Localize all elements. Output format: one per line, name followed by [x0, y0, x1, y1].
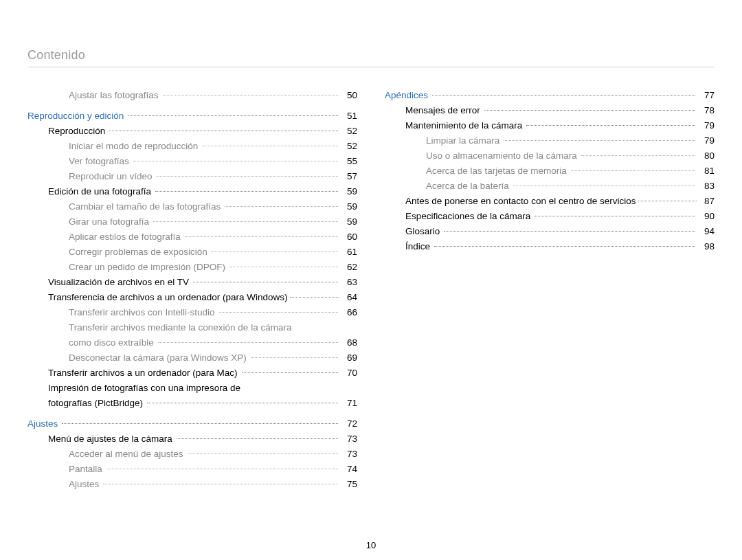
- toc-entry[interactable]: Antes de ponerse en contacto con el cent…: [385, 194, 715, 209]
- toc-page-number: 74: [342, 462, 357, 477]
- toc-entry[interactable]: Ver fotografías55: [27, 154, 357, 169]
- toc-page-number: 59: [342, 214, 357, 229]
- toc-page-number: 59: [342, 199, 357, 214]
- toc-label: Desconectar la cámara (para Windows XP): [69, 350, 247, 366]
- toc-entry[interactable]: Acceder al menú de ajustes73: [27, 447, 357, 462]
- toc-label: Antes de ponerse en contacto con el cent…: [405, 194, 636, 209]
- toc-label: fotografías (PictBridge): [48, 396, 143, 411]
- toc-label: Especificaciones de la cámara: [405, 209, 530, 224]
- toc-page-number: 73: [342, 447, 357, 462]
- toc-label: Edición de una fotografía: [48, 184, 151, 199]
- toc-entry[interactable]: Visualización de archivos en el TV63: [27, 275, 357, 290]
- toc-label: Reproducir un vídeo: [69, 169, 153, 184]
- leader-dots: [153, 221, 338, 222]
- toc-entry[interactable]: Cambiar el tamaño de las fotografías59: [27, 199, 357, 214]
- toc-label: Ajustar las fotografías: [69, 88, 159, 103]
- toc-page-number: 64: [342, 290, 357, 305]
- toc-label: Transferir archivos a un ordenador (para…: [48, 366, 238, 381]
- leader-dots: [535, 216, 695, 216]
- toc-page-number: 60: [342, 229, 357, 245]
- toc-entry[interactable]: Transferencia de archivos a un ordenador…: [27, 290, 357, 305]
- toc-label: Menú de ajustes de la cámara: [48, 432, 172, 447]
- leader-dots: [177, 438, 338, 439]
- toc-section[interactable]: Apéndices77: [385, 88, 715, 103]
- leader-dots: [444, 231, 695, 232]
- toc-label: Limpiar la cámara: [426, 133, 499, 148]
- toc-page-number: 73: [342, 432, 357, 447]
- toc-entry[interactable]: Acerca de la batería83: [385, 179, 715, 194]
- leader-dots: [581, 155, 695, 156]
- toc-label: Transferencia de archivos a un ordenador…: [48, 290, 287, 305]
- toc-entry[interactable]: Aplicar estilos de fotografía60: [27, 229, 357, 245]
- toc-entry[interactable]: Uso o almacenamiento de la cámara80: [385, 148, 715, 164]
- toc-entry[interactable]: como disco extraíble68: [27, 335, 357, 350]
- toc-entry[interactable]: Desconectar la cámara (para Windows XP)6…: [27, 350, 357, 366]
- toc-entry[interactable]: Índice98: [385, 239, 715, 254]
- leader-dots: [106, 469, 338, 469]
- toc-page-number: 62: [342, 260, 357, 275]
- leader-dots: [163, 95, 338, 96]
- leader-dots: [571, 170, 695, 171]
- toc-entry[interactable]: Transferir archivos a un ordenador (para…: [27, 366, 357, 381]
- leader-dots: [103, 484, 338, 484]
- toc-entry[interactable]: Mantenimiento de la cámara79: [385, 118, 715, 133]
- toc-entry[interactable]: Limpiar la cámara79: [385, 133, 715, 148]
- toc-page-number: 94: [699, 224, 715, 239]
- toc-section[interactable]: Reproducción y edición51: [27, 109, 357, 124]
- toc-entry[interactable]: Crear un pedido de impresión (DPOF)62: [27, 260, 357, 275]
- toc-label: Aplicar estilos de fotografía: [69, 229, 181, 245]
- toc-label: Cambiar el tamaño de las fotografías: [69, 199, 221, 214]
- toc-page-number: 63: [342, 275, 357, 290]
- toc-entry[interactable]: Ajustes75: [27, 477, 357, 492]
- toc-entry[interactable]: Impresión de fotografías con una impreso…: [27, 381, 357, 396]
- toc-page-number: 78: [699, 103, 715, 118]
- leader-dots: [242, 372, 338, 373]
- toc-label: Impresión de fotografías con una impreso…: [48, 381, 240, 396]
- toc-label: Crear un pedido de impresión (DPOF): [69, 260, 225, 275]
- toc-entry[interactable]: Pantalla74: [27, 462, 357, 477]
- toc-label: Índice: [405, 239, 430, 254]
- leader-dots: [157, 176, 338, 177]
- leader-dots: [484, 110, 695, 111]
- toc-entry[interactable]: Reproducir un vídeo57: [27, 169, 357, 184]
- toc-label: Iniciar el modo de reproducción: [69, 139, 198, 154]
- toc-page-number: 71: [342, 396, 357, 411]
- toc-page-number: 81: [699, 164, 715, 179]
- toc-label: Ver fotografías: [69, 154, 129, 169]
- toc-page-number: 55: [342, 154, 357, 169]
- toc-entry[interactable]: Menú de ajustes de la cámara73: [27, 432, 357, 447]
- toc-entry[interactable]: Acerca de las tarjetas de memoria81: [385, 164, 715, 179]
- leader-dots: [513, 186, 695, 186]
- toc-entry[interactable]: Especificaciones de la cámara90: [385, 209, 715, 224]
- toc-entry[interactable]: Iniciar el modo de reproducción52: [27, 139, 357, 154]
- toc-entry[interactable]: Glosario94: [385, 224, 715, 239]
- leader-dots: [251, 357, 338, 358]
- toc-label: Ajustes: [27, 416, 58, 432]
- toc-label: Acerca de la batería: [426, 179, 509, 194]
- toc-section[interactable]: Ajustes72: [27, 416, 357, 432]
- toc-page-number: 72: [342, 416, 357, 432]
- toc-label: Pantalla: [69, 462, 102, 477]
- toc-columns: Ajustar las fotografías50Reproducción y …: [27, 88, 715, 492]
- toc-entry[interactable]: Reproducción52: [27, 124, 357, 139]
- toc-label: Transferir archivos mediante la conexión…: [69, 320, 291, 335]
- toc-label: Mantenimiento de la cámara: [405, 118, 522, 133]
- toc-entry[interactable]: Transferir archivos con Intelli-studio66: [27, 305, 357, 320]
- toc-page-number: 77: [699, 88, 715, 103]
- toc-entry[interactable]: Mensajes de error78: [385, 103, 715, 118]
- toc-page-number: 87: [699, 194, 715, 209]
- toc-entry[interactable]: fotografías (PictBridge)71: [27, 396, 357, 411]
- toc-label: Mensajes de error: [405, 103, 480, 118]
- leader-dots: [193, 282, 338, 282]
- spacer: [27, 411, 357, 416]
- leader-dots: [638, 201, 697, 201]
- toc-entry[interactable]: Girar una fotografía59: [27, 214, 357, 229]
- toc-page-number: 52: [342, 139, 357, 154]
- toc-page-number: 80: [699, 148, 715, 164]
- toc-entry[interactable]: Edición de una fotografía59: [27, 184, 357, 199]
- toc-page-number: 68: [342, 335, 357, 350]
- toc-label: Girar una fotografía: [69, 214, 149, 229]
- toc-entry[interactable]: Corregir problemas de exposición61: [27, 245, 357, 260]
- toc-entry[interactable]: Ajustar las fotografías50: [27, 88, 357, 103]
- toc-entry[interactable]: Transferir archivos mediante la conexión…: [27, 320, 357, 335]
